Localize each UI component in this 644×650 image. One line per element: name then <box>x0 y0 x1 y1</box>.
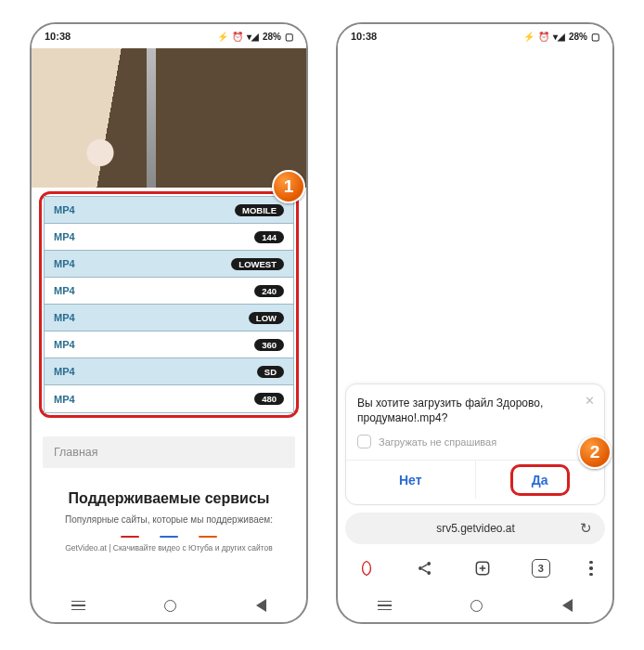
url-bar[interactable]: srv5.getvideo.at ↻ <box>345 513 605 544</box>
format-row[interactable]: MP4480 <box>45 385 293 412</box>
phone-right: 10:38 ⚡⏰▾◢28%▢ ✕ Вы хотите загрузить фай… <box>336 22 614 624</box>
download-dialog: ✕ Вы хотите загрузить файл Здорово, прод… <box>345 384 605 505</box>
format-row[interactable]: MP4144 <box>45 224 293 251</box>
page-blank <box>338 48 612 384</box>
recent-apps-button[interactable] <box>71 601 85 611</box>
yes-button: Да <box>510 464 570 496</box>
status-bar: 10:38 ⚡⏰▾◢28%▢ <box>32 24 306 48</box>
format-list: MP4MOBILE MP4144 MP4LOWEST MP4240 MP4LOW… <box>44 196 294 413</box>
svg-point-0 <box>419 566 422 570</box>
yes-button-wrap[interactable]: Да <box>476 461 605 499</box>
step-marker-2: 2 <box>578 436 612 469</box>
home-button[interactable]: Главная <box>43 436 295 468</box>
dont-ask-row[interactable]: Загружать не спрашивая <box>357 435 593 448</box>
status-indicators: ⚡⏰▾◢28%▢ <box>217 32 293 42</box>
footer-note: GetVideo.at | Скачивайте видео с Ютуба и… <box>41 543 297 552</box>
share-icon[interactable] <box>416 559 434 578</box>
step-marker-1: 1 <box>272 170 305 203</box>
home-nav-button[interactable] <box>164 600 176 612</box>
tab-count-button[interactable]: 3 <box>532 559 550 578</box>
service-dashes <box>32 536 306 538</box>
refresh-icon[interactable]: ↻ <box>580 520 592 537</box>
dialog-text: Вы хотите загрузить файл Здорово, продум… <box>357 396 593 425</box>
browser-bottom-bar: 3 <box>338 548 612 589</box>
format-row[interactable]: MP4LOW <box>45 305 293 332</box>
back-nav-button[interactable] <box>562 599 573 612</box>
status-indicators: ⚡⏰▾◢28%▢ <box>523 32 599 42</box>
yandex-logo-icon[interactable] <box>357 559 376 578</box>
checkbox-icon[interactable] <box>357 435 371 448</box>
home-nav-button[interactable] <box>470 600 483 612</box>
format-row[interactable]: MP4MOBILE <box>45 197 293 224</box>
svg-point-2 <box>427 571 431 575</box>
android-nav-bar <box>32 589 306 622</box>
status-time: 10:38 <box>351 31 377 42</box>
format-list-highlight: 1 MP4MOBILE MP4144 MP4LOWEST MP4240 MP4L… <box>39 191 299 418</box>
services-subtitle: Популярные сайты, которые мы поддерживае… <box>39 514 299 525</box>
menu-dots-icon[interactable] <box>589 561 593 577</box>
dont-ask-label: Загружать не спрашивая <box>379 436 496 448</box>
url-text: srv5.getvideo.at <box>436 522 515 535</box>
no-button[interactable]: Нет <box>346 461 476 499</box>
back-nav-button[interactable] <box>256 599 266 612</box>
services-heading: Поддерживаемые сервисы <box>39 490 299 507</box>
status-time: 10:38 <box>45 31 71 42</box>
svg-point-1 <box>427 562 431 566</box>
recent-apps-button[interactable] <box>378 601 392 611</box>
phone-left: 10:38 ⚡⏰▾◢28%▢ 1 MP4MOBILE MP4144 MP4LOW… <box>30 22 308 624</box>
new-tab-icon[interactable] <box>473 559 492 578</box>
video-thumbnail <box>32 48 306 188</box>
android-nav-bar <box>338 589 612 622</box>
format-row[interactable]: MP4SD <box>45 358 293 385</box>
close-icon[interactable]: ✕ <box>585 394 595 408</box>
format-row[interactable]: MP4LOWEST <box>45 251 293 278</box>
format-row[interactable]: MP4360 <box>45 332 293 358</box>
format-row[interactable]: MP4240 <box>45 278 293 305</box>
status-bar: 10:38 ⚡⏰▾◢28%▢ <box>338 24 612 48</box>
